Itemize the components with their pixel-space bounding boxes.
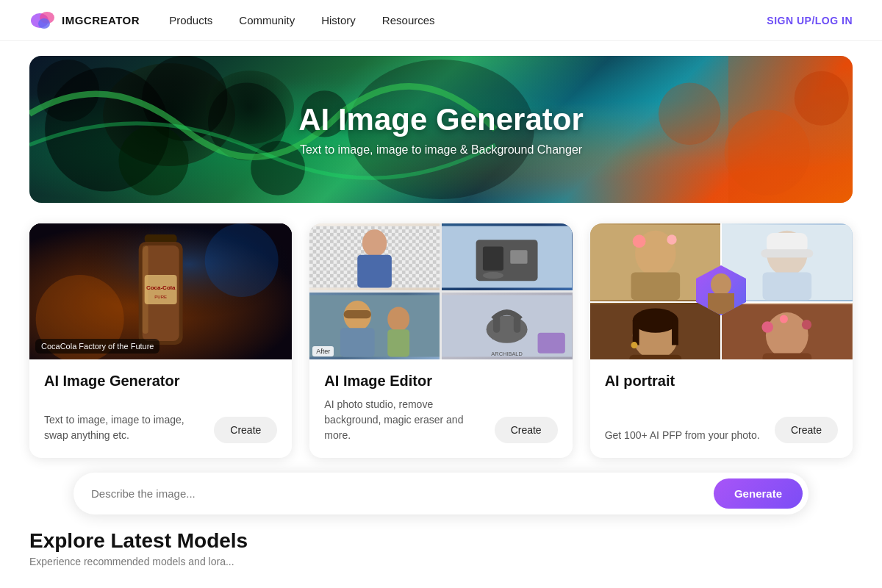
svg-text:PURE: PURE <box>154 295 167 299</box>
hero-title: AI Image Generator <box>298 102 583 137</box>
card3-body: AI portrait Get 100+ AI PFP from your ph… <box>590 359 853 458</box>
svg-point-54 <box>632 234 645 248</box>
card2-title: AI Image Editor <box>324 373 557 390</box>
card-image-3 <box>590 223 853 359</box>
nav-products[interactable]: Products <box>169 14 212 26</box>
svg-point-46 <box>487 316 528 343</box>
cards-section: Coca-Cola PURE CocaCola Factory of the F… <box>0 203 882 473</box>
svg-text:Coca-Cola: Coca-Cola <box>146 284 176 291</box>
svg-point-43 <box>388 306 410 331</box>
editor-img4: ARCHIBALD <box>442 293 572 359</box>
card1-create-button[interactable]: Create <box>214 417 277 443</box>
generate-button[interactable]: Generate <box>714 478 803 509</box>
svg-point-2 <box>38 18 50 29</box>
card-image-2: After ARCHIBALD <box>309 223 572 359</box>
logo-icon <box>29 7 56 34</box>
editor-grid-cell-1 <box>309 223 440 290</box>
svg-point-19 <box>205 223 279 297</box>
card1-content-row: Text to image, image to image, swap anyt… <box>44 397 277 443</box>
card1-caption: CocaCola Factory of the Future <box>35 339 159 354</box>
svg-rect-78 <box>708 293 734 314</box>
card2-body: AI Image Editor AI photo studio, remove … <box>309 359 572 458</box>
editor-grid-cell-4: ARCHIBALD <box>442 293 572 359</box>
card-ai-portrait: AI portrait Get 100+ AI PFP from your ph… <box>590 223 853 458</box>
svg-point-38 <box>483 272 503 279</box>
svg-rect-65 <box>632 320 639 345</box>
portrait-avatar-overlay <box>695 264 747 320</box>
nav-community[interactable]: Community <box>239 14 295 26</box>
svg-point-77 <box>711 273 731 295</box>
card3-description: Get 100+ AI PFP from your photo. <box>605 428 766 443</box>
svg-point-73 <box>780 315 788 323</box>
svg-rect-53 <box>631 272 680 300</box>
generate-bar: Generate <box>74 473 808 514</box>
svg-rect-33 <box>358 255 392 288</box>
card1-description: Text to image, image to image, swap anyt… <box>44 412 205 443</box>
card-ai-image-generator: Coca-Cola PURE CocaCola Factory of the F… <box>29 223 292 458</box>
editor-after-label: After <box>312 346 334 356</box>
explore-subtitle: Experience recommended models and lora..… <box>29 556 853 567</box>
editor-grid-cell-2 <box>442 223 572 290</box>
card3-create-button[interactable]: Create <box>775 417 838 443</box>
nav-links: Products Community History Resources <box>169 14 767 26</box>
svg-rect-36 <box>483 247 503 271</box>
nav-resources[interactable]: Resources <box>382 14 435 26</box>
card1-title: AI Image Generator <box>44 373 277 390</box>
card2-description: AI photo studio, remove background, magi… <box>324 397 485 443</box>
svg-rect-66 <box>672 320 678 345</box>
svg-point-55 <box>667 234 676 244</box>
editor-img1 <box>309 223 440 290</box>
svg-point-67 <box>631 342 637 348</box>
signup-button[interactable]: SIGN UP/LOG IN <box>767 15 853 26</box>
svg-rect-70 <box>763 354 812 359</box>
card3-title: AI portrait <box>605 373 838 390</box>
explore-section: Explore Latest Models Experience recomme… <box>0 514 882 575</box>
svg-point-32 <box>362 229 387 257</box>
hero-subtitle: Text to image, image to image & Backgrou… <box>300 143 582 157</box>
svg-rect-44 <box>388 329 410 356</box>
navbar: IMGCREATOR Products Community History Re… <box>0 0 882 41</box>
card2-content-row: AI photo studio, remove background, magi… <box>324 397 557 443</box>
svg-rect-63 <box>629 355 681 359</box>
card1-body: AI Image Generator Text to image, image … <box>29 359 292 458</box>
logo[interactable]: IMGCREATOR <box>29 7 140 34</box>
svg-rect-26 <box>143 245 148 334</box>
card3-content-row: Get 100+ AI PFP from your photo. Create <box>605 397 838 443</box>
hero-content: AI Image Generator Text to image, image … <box>29 56 853 203</box>
svg-point-72 <box>802 320 811 329</box>
explore-title: Explore Latest Models <box>29 529 853 553</box>
editor-grid-cell-3: After <box>309 293 440 359</box>
svg-rect-50 <box>538 333 565 354</box>
svg-rect-42 <box>340 328 375 356</box>
card-ai-image-editor: After ARCHIBALD AI Image Editor <box>309 223 572 458</box>
describe-input[interactable] <box>91 487 705 500</box>
svg-rect-41 <box>344 310 371 318</box>
card2-create-button[interactable]: Create <box>495 417 558 443</box>
brand-name: IMGCREATOR <box>62 14 140 26</box>
svg-rect-58 <box>763 272 812 300</box>
card-image-1: Coca-Cola PURE CocaCola Factory of the F… <box>29 223 292 359</box>
nav-history[interactable]: History <box>321 14 356 26</box>
svg-rect-37 <box>511 250 528 264</box>
hero-banner: AI Image Generator Text to image, image … <box>29 56 853 203</box>
editor-img2 <box>442 223 572 290</box>
portrait-avatar-hex <box>695 264 747 317</box>
svg-rect-60 <box>761 249 814 257</box>
svg-point-64 <box>632 309 678 333</box>
svg-text:ARCHIBALD: ARCHIBALD <box>492 351 523 357</box>
svg-point-71 <box>762 321 774 333</box>
